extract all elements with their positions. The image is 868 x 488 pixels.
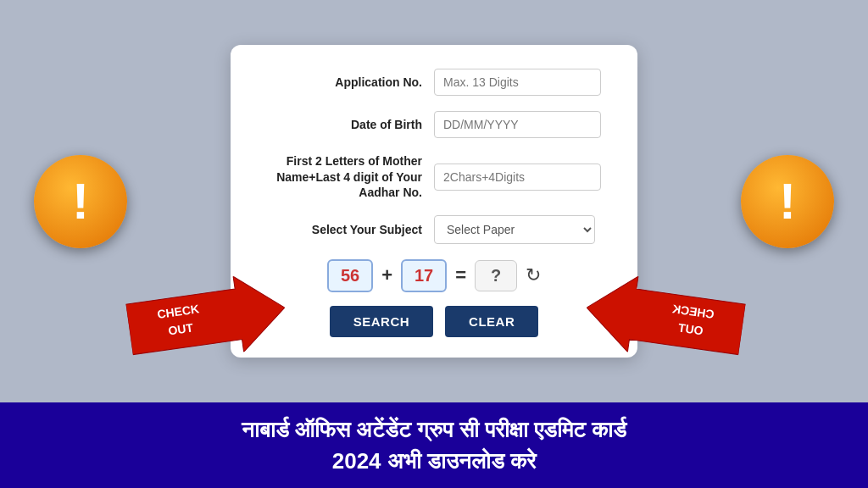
captcha-operator: +: [381, 264, 392, 286]
left-warning-circle: !: [34, 155, 127, 248]
banner-text: नाबार्ड ऑफिस अटेंडेंट ग्रुप सी परीक्षा ए…: [17, 414, 851, 476]
captcha-answer-box: ?: [475, 260, 517, 291]
dob-row: Date of Birth: [273, 111, 595, 138]
mother-label: First 2 Letters of Mother Name+Last 4 di…: [273, 153, 434, 200]
right-exclamation-icon: !: [779, 176, 796, 227]
banner-line2: 2024 अभी डाउनलोड करे: [17, 446, 851, 476]
app-no-label: Application No.: [273, 75, 434, 90]
button-row: SEARCH CLEAR: [273, 306, 595, 337]
banner-line1: नाबार्ड ऑफिस अटेंडेंट ग्रुप सी परीक्षा ए…: [17, 414, 851, 445]
app-no-row: Application No.: [273, 69, 595, 96]
app-no-input[interactable]: [434, 69, 601, 96]
dob-input[interactable]: [434, 111, 601, 138]
bottom-banner: नाबार्ड ऑफिस अटेंडेंट ग्रुप सी परीक्षा ए…: [0, 402, 868, 488]
mother-input[interactable]: [434, 164, 601, 191]
subject-row: Select Your Subject Select Paper: [273, 215, 595, 244]
captcha-num1: 56: [327, 259, 373, 292]
captcha-equals: =: [455, 264, 466, 286]
captcha-num2: 17: [401, 259, 447, 292]
right-warning-circle: !: [741, 155, 834, 248]
mother-row: First 2 Letters of Mother Name+Last 4 di…: [273, 153, 595, 200]
clear-button[interactable]: CLEAR: [445, 306, 538, 337]
main-container: ! Application No. Date of Birth First 2 …: [0, 0, 868, 488]
search-button[interactable]: SEARCH: [330, 306, 433, 337]
form-card: Application No. Date of Birth First 2 Le…: [231, 45, 637, 358]
subject-select[interactable]: Select Paper: [434, 215, 595, 244]
top-area: ! Application No. Date of Birth First 2 …: [0, 0, 868, 402]
subject-label: Select Your Subject: [273, 222, 434, 237]
left-exclamation-icon: !: [72, 176, 89, 227]
dob-label: Date of Birth: [273, 117, 434, 132]
refresh-icon[interactable]: ↻: [526, 264, 541, 286]
captcha-row: 56 + 17 = ? ↻: [273, 259, 595, 292]
